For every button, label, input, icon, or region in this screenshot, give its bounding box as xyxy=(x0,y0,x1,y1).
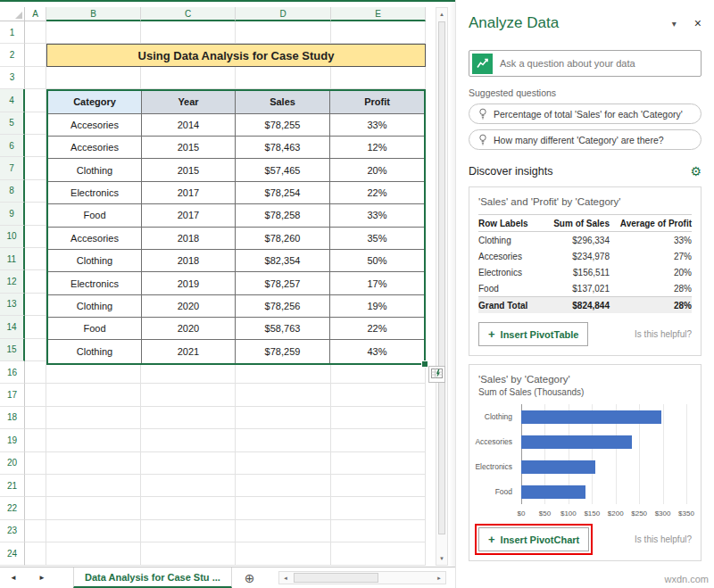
cell-E22[interactable] xyxy=(331,497,426,519)
cell-E17[interactable] xyxy=(331,384,426,406)
cell-D3[interactable] xyxy=(236,67,331,89)
table-cell[interactable]: $58,763 xyxy=(236,318,330,340)
table-cell[interactable]: Accesories xyxy=(48,114,142,137)
cell-A9[interactable] xyxy=(25,203,46,225)
column-header-D[interactable]: D xyxy=(236,7,331,21)
table-cell[interactable]: 2018 xyxy=(142,228,236,250)
column-header-E[interactable]: E xyxy=(331,7,426,21)
cell-D23[interactable] xyxy=(236,520,331,542)
table-cell[interactable]: Clothing xyxy=(48,340,142,362)
cell-C24[interactable] xyxy=(141,542,236,565)
row-header-16[interactable]: 16 xyxy=(0,361,25,384)
insert-pivottable-button[interactable]: + Insert PivotTable xyxy=(478,322,588,346)
table-cell[interactable]: $82,354 xyxy=(236,250,330,272)
table-cell[interactable]: 50% xyxy=(330,250,424,272)
vertical-scroll-thumb[interactable] xyxy=(438,21,445,534)
table-cell[interactable]: 2014 xyxy=(142,114,236,137)
cell-E24[interactable] xyxy=(331,542,426,565)
table-cell[interactable]: $78,258 xyxy=(236,204,330,227)
ask-question-input[interactable]: Ask a question about your data xyxy=(469,50,702,77)
table-cell[interactable]: 43% xyxy=(330,340,424,362)
row-header-15[interactable]: 15 xyxy=(0,339,25,361)
sheet-nav-right-icon[interactable]: ► xyxy=(34,574,50,582)
table-cell[interactable]: Clothing xyxy=(48,250,142,272)
row-header-2[interactable]: 2 xyxy=(0,44,25,66)
table-cell[interactable]: $78,255 xyxy=(236,114,330,137)
cell-D17[interactable] xyxy=(236,384,331,406)
cell-E19[interactable] xyxy=(331,429,426,451)
table-cell[interactable]: 2017 xyxy=(142,182,236,204)
scroll-left-icon[interactable]: ◄ xyxy=(279,572,292,584)
row-header-24[interactable]: 24 xyxy=(0,542,25,565)
cell-B17[interactable] xyxy=(46,384,141,406)
cell-C1[interactable] xyxy=(141,21,236,44)
cell-B18[interactable] xyxy=(46,407,141,429)
table-cell[interactable]: 17% xyxy=(330,272,424,294)
sheet-nav-left-icon[interactable]: ◄ xyxy=(5,574,21,582)
table-cell[interactable]: Clothing xyxy=(48,295,142,318)
cell-D1[interactable] xyxy=(236,21,331,44)
cell-D21[interactable] xyxy=(236,475,331,497)
vertical-scrollbar[interactable]: ▲ ▼ xyxy=(436,7,448,566)
table-cell[interactable]: $78,259 xyxy=(236,340,330,362)
column-header-B[interactable]: B xyxy=(46,7,141,21)
scroll-up-icon[interactable]: ▲ xyxy=(436,8,447,21)
cell-C18[interactable] xyxy=(141,407,236,429)
table-header-category[interactable]: Category xyxy=(48,91,142,113)
row-header-14[interactable]: 14 xyxy=(0,316,25,338)
cell-A20[interactable] xyxy=(25,452,46,475)
table-cell[interactable]: $78,260 xyxy=(236,228,330,250)
select-all-button[interactable] xyxy=(0,7,25,21)
cell-B24[interactable] xyxy=(46,542,141,565)
row-header-23[interactable]: 23 xyxy=(0,520,25,542)
row-header-13[interactable]: 13 xyxy=(0,294,25,316)
cell-A19[interactable] xyxy=(25,429,46,451)
cell-A17[interactable] xyxy=(25,384,46,406)
helpful-link[interactable]: Is this helpful? xyxy=(635,329,692,339)
row-header-17[interactable]: 17 xyxy=(0,384,25,406)
row-header-8[interactable]: 8 xyxy=(0,180,25,203)
row-header-10[interactable]: 10 xyxy=(0,226,25,248)
column-header-A[interactable]: A xyxy=(25,7,46,21)
table-cell[interactable]: 2015 xyxy=(142,137,236,159)
table-cell[interactable]: 19% xyxy=(330,295,424,318)
table-cell[interactable]: Food xyxy=(48,204,142,227)
chevron-down-icon[interactable]: ▾ xyxy=(672,19,677,29)
cell-B20[interactable] xyxy=(46,452,141,475)
gear-icon[interactable]: ⚙ xyxy=(690,164,702,178)
table-cell[interactable]: 2018 xyxy=(142,250,236,272)
horizontal-scroll-thumb[interactable] xyxy=(294,573,378,583)
cell-A13[interactable] xyxy=(25,294,46,316)
row-header-20[interactable]: 20 xyxy=(0,452,25,475)
cell-A22[interactable] xyxy=(25,497,46,519)
table-cell[interactable]: 2017 xyxy=(142,204,236,227)
cell-D22[interactable] xyxy=(236,497,331,519)
cell-A1[interactable] xyxy=(25,21,46,44)
table-cell[interactable]: Clothing xyxy=(48,159,142,181)
new-sheet-icon[interactable]: ⊕ xyxy=(245,571,255,585)
table-header-sales[interactable]: Sales xyxy=(236,91,330,113)
cell-D18[interactable] xyxy=(236,407,331,429)
table-cell[interactable]: 12% xyxy=(330,137,424,159)
cell-A11[interactable] xyxy=(25,248,46,270)
cell-C19[interactable] xyxy=(141,429,236,451)
row-header-22[interactable]: 22 xyxy=(0,497,25,519)
row-header-4[interactable]: 4 xyxy=(0,89,25,112)
cell-A16[interactable] xyxy=(25,361,46,384)
row-header-7[interactable]: 7 xyxy=(0,157,25,179)
table-cell[interactable]: 22% xyxy=(330,318,424,340)
table-cell[interactable]: 33% xyxy=(330,114,424,137)
table-cell[interactable]: 33% xyxy=(330,204,424,227)
suggested-question[interactable]: Percentage of total 'Sales' for each 'Ca… xyxy=(469,104,702,124)
cell-D24[interactable] xyxy=(236,542,331,565)
row-header-5[interactable]: 5 xyxy=(0,112,25,135)
cell-C3[interactable] xyxy=(141,67,236,89)
row-header-21[interactable]: 21 xyxy=(0,475,25,497)
cell-A24[interactable] xyxy=(25,542,46,565)
cell-E20[interactable] xyxy=(331,452,426,475)
cell-A2[interactable] xyxy=(25,44,46,66)
cell-A3[interactable] xyxy=(25,67,46,89)
cell-A21[interactable] xyxy=(25,475,46,497)
cell-C22[interactable] xyxy=(141,497,236,519)
table-header-profit[interactable]: Profit xyxy=(330,91,424,113)
